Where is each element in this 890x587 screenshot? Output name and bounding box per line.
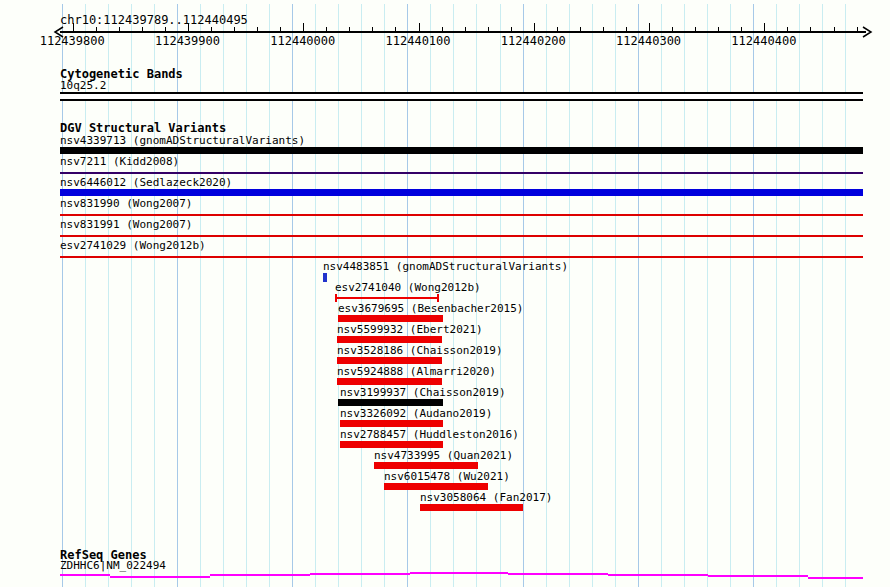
ruler-tick <box>280 27 281 32</box>
gene-segment[interactable] <box>310 573 410 575</box>
ruler-tick <box>188 23 189 32</box>
variant-label[interactable]: nsv5924888 (Almarri2020) <box>337 366 496 377</box>
ruler-tick <box>695 27 696 32</box>
variant-label[interactable]: esv2741040 (Wong2012b) <box>335 282 481 293</box>
ruler-tick <box>764 23 765 32</box>
variant-line[interactable] <box>60 235 863 237</box>
ruler-tick-label: 112440100 <box>386 34 451 48</box>
ruler-tick <box>211 27 212 32</box>
variant-point[interactable] <box>323 273 327 282</box>
variant-bar[interactable] <box>60 147 863 154</box>
ruler-tick <box>96 27 97 32</box>
variant-label[interactable]: esv2741029 (Wong2012b) <box>60 240 206 251</box>
ruler-tick <box>119 27 120 32</box>
ruler-tick <box>626 27 627 32</box>
gene-label[interactable]: ZDHHC6|NM_022494 <box>60 560 166 571</box>
variant-label[interactable]: nsv3326092 (Audano2019) <box>340 408 492 419</box>
variant-bar[interactable] <box>337 378 442 385</box>
gene-segment[interactable] <box>410 572 508 574</box>
variant-bar[interactable] <box>338 315 443 322</box>
variant-bar[interactable] <box>337 357 442 364</box>
ruler-tick <box>165 27 166 32</box>
gene-segment[interactable] <box>708 575 808 577</box>
gene-segment[interactable] <box>110 576 210 578</box>
ruler-tick <box>395 27 396 32</box>
gene-segment[interactable] <box>508 573 608 575</box>
ruler-tick <box>649 23 650 32</box>
ruler-tick-label: 112440200 <box>501 34 566 48</box>
variant-label[interactable]: nsv6446012 (Sedlazeck2020) <box>60 177 232 188</box>
variant-label[interactable]: nsv831990 (Wong2007) <box>60 198 192 209</box>
ruler-tick <box>349 27 350 32</box>
right-arrow-icon <box>861 26 873 38</box>
variant-bar[interactable] <box>340 441 443 448</box>
gene-segment[interactable] <box>808 577 863 579</box>
variant-label[interactable]: nsv4339713 (gnomADStructuralVariants) <box>60 135 305 146</box>
variant-bar[interactable] <box>337 336 442 343</box>
variant-label[interactable]: nsv4733995 (Quan2021) <box>374 450 513 461</box>
variant-line[interactable] <box>60 256 863 258</box>
variant-label[interactable]: nsv3199937 (Chaisson2019) <box>340 387 506 398</box>
variant-label[interactable]: nsv6015478 (Wu2021) <box>384 471 510 482</box>
ruler-tick-label: 112439900 <box>155 34 220 48</box>
section-header-dgv-structural-variants: DGV Structural Variants <box>60 121 226 135</box>
ruler-tick <box>234 27 235 32</box>
ruler-tick <box>257 27 258 32</box>
ruler-tick <box>580 27 581 32</box>
ruler-tick <box>326 27 327 32</box>
ruler-tick <box>557 27 558 32</box>
variant-label[interactable]: esv3679695 (Besenbacher2015) <box>338 303 523 314</box>
variant-bar[interactable] <box>338 399 443 406</box>
ruler-tick <box>488 27 489 32</box>
gene-segment[interactable] <box>60 574 110 576</box>
variant-bar[interactable] <box>374 462 478 469</box>
ruler-tick <box>857 27 858 32</box>
variant-bar[interactable] <box>340 420 443 427</box>
gene-segment[interactable] <box>608 574 708 576</box>
variant-label[interactable]: nsv2788457 (Huddleston2016) <box>340 429 519 440</box>
variant-bar[interactable] <box>384 483 488 490</box>
gene-segment[interactable] <box>210 574 310 576</box>
region-title: chr10:112439789..112440495 <box>60 13 248 27</box>
variant-label[interactable]: nsv5599932 (Ebert2021) <box>337 324 483 335</box>
ruler-tick <box>672 27 673 32</box>
variant-bar[interactable] <box>420 504 523 511</box>
cytoband-label: 10q25.2 <box>60 80 106 91</box>
ruler-tick-label: 112440000 <box>270 34 335 48</box>
variant-label[interactable]: nsv3058064 (Fan2017) <box>420 492 552 503</box>
variant-label[interactable]: nsv4483851 (gnomADStructuralVariants) <box>323 261 568 272</box>
ruler-tick <box>603 27 604 32</box>
variant-label[interactable]: nsv3528186 (Chaisson2019) <box>337 345 503 356</box>
variant-label[interactable]: nsv7211 (Kidd2008) <box>60 156 179 167</box>
ruler-tick <box>465 27 466 32</box>
ruler-tick <box>142 27 143 32</box>
ruler-tick <box>534 23 535 32</box>
ibeam-span <box>335 297 439 299</box>
variant-line[interactable] <box>60 214 863 216</box>
ruler-tick <box>810 27 811 32</box>
variant-ibeam[interactable] <box>335 294 439 302</box>
variant-line[interactable] <box>60 172 863 174</box>
variant-bar[interactable] <box>60 189 863 196</box>
ruler-tick <box>303 23 304 32</box>
ruler-tick <box>73 23 74 32</box>
cytoband-box[interactable] <box>60 92 863 101</box>
variant-label[interactable]: nsv831991 (Wong2007) <box>60 219 192 230</box>
ruler-tick <box>372 27 373 32</box>
ruler-tick <box>419 23 420 32</box>
ruler-tick <box>741 27 742 32</box>
ruler-tick <box>511 27 512 32</box>
ruler-tick <box>442 27 443 32</box>
ruler-axis <box>60 31 866 33</box>
ruler-tick-label: 112440400 <box>731 34 796 48</box>
ruler-tick-label: 112439800 <box>40 34 105 48</box>
ruler-tick-label: 112440300 <box>616 34 681 48</box>
ruler-tick <box>718 27 719 32</box>
ruler-tick <box>787 27 788 32</box>
genome-browser-panel: chr10:112439789..112440495 1124398001124… <box>0 0 890 587</box>
ruler-tick <box>834 27 835 32</box>
